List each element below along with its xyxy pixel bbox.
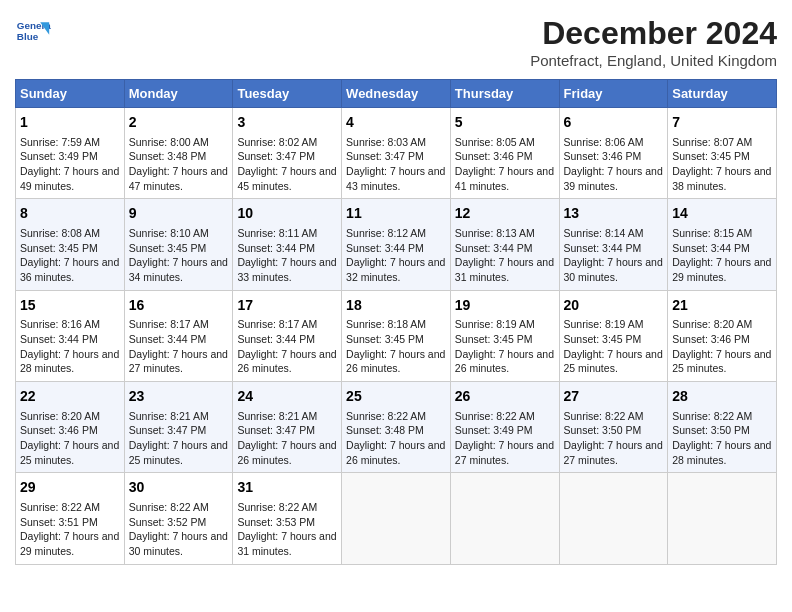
sunrise-text: Sunrise: 8:03 AM (346, 135, 446, 150)
header-cell-tuesday: Tuesday (233, 80, 342, 108)
cell-content: Sunrise: 8:22 AMSunset: 3:50 PMDaylight:… (672, 409, 772, 468)
daylight-text: Daylight: 7 hours and 26 minutes. (455, 347, 555, 376)
calendar-cell (342, 473, 451, 564)
day-number: 22 (20, 387, 120, 407)
day-number: 17 (237, 296, 337, 316)
day-number: 6 (564, 113, 664, 133)
calendar-cell: 1Sunrise: 7:59 AMSunset: 3:49 PMDaylight… (16, 108, 125, 199)
sunrise-text: Sunrise: 8:14 AM (564, 226, 664, 241)
daylight-text: Daylight: 7 hours and 30 minutes. (129, 529, 229, 558)
day-number: 13 (564, 204, 664, 224)
day-number: 11 (346, 204, 446, 224)
header-cell-friday: Friday (559, 80, 668, 108)
day-number: 23 (129, 387, 229, 407)
day-number: 2 (129, 113, 229, 133)
cell-content: Sunrise: 8:17 AMSunset: 3:44 PMDaylight:… (237, 317, 337, 376)
daylight-text: Daylight: 7 hours and 26 minutes. (346, 438, 446, 467)
calendar-cell: 13Sunrise: 8:14 AMSunset: 3:44 PMDayligh… (559, 199, 668, 290)
sunrise-text: Sunrise: 8:17 AM (129, 317, 229, 332)
day-number: 18 (346, 296, 446, 316)
daylight-text: Daylight: 7 hours and 43 minutes. (346, 164, 446, 193)
day-number: 27 (564, 387, 664, 407)
cell-content: Sunrise: 8:21 AMSunset: 3:47 PMDaylight:… (129, 409, 229, 468)
sunset-text: Sunset: 3:49 PM (20, 149, 120, 164)
header-cell-thursday: Thursday (450, 80, 559, 108)
daylight-text: Daylight: 7 hours and 29 minutes. (20, 529, 120, 558)
cell-content: Sunrise: 8:11 AMSunset: 3:44 PMDaylight:… (237, 226, 337, 285)
day-number: 10 (237, 204, 337, 224)
sunset-text: Sunset: 3:46 PM (455, 149, 555, 164)
sunrise-text: Sunrise: 8:22 AM (20, 500, 120, 515)
sunset-text: Sunset: 3:44 PM (455, 241, 555, 256)
sunrise-text: Sunrise: 8:17 AM (237, 317, 337, 332)
cell-content: Sunrise: 8:06 AMSunset: 3:46 PMDaylight:… (564, 135, 664, 194)
sunset-text: Sunset: 3:47 PM (237, 149, 337, 164)
day-number: 20 (564, 296, 664, 316)
page-title: December 2024 (530, 15, 777, 52)
day-number: 28 (672, 387, 772, 407)
cell-content: Sunrise: 8:00 AMSunset: 3:48 PMDaylight:… (129, 135, 229, 194)
sunrise-text: Sunrise: 8:06 AM (564, 135, 664, 150)
cell-content: Sunrise: 8:14 AMSunset: 3:44 PMDaylight:… (564, 226, 664, 285)
daylight-text: Daylight: 7 hours and 27 minutes. (455, 438, 555, 467)
daylight-text: Daylight: 7 hours and 25 minutes. (129, 438, 229, 467)
header-cell-wednesday: Wednesday (342, 80, 451, 108)
sunset-text: Sunset: 3:44 PM (20, 332, 120, 347)
week-row-1: 1Sunrise: 7:59 AMSunset: 3:49 PMDaylight… (16, 108, 777, 199)
daylight-text: Daylight: 7 hours and 26 minutes. (237, 347, 337, 376)
day-number: 19 (455, 296, 555, 316)
cell-content: Sunrise: 8:21 AMSunset: 3:47 PMDaylight:… (237, 409, 337, 468)
day-number: 4 (346, 113, 446, 133)
sunrise-text: Sunrise: 8:18 AM (346, 317, 446, 332)
page-subtitle: Pontefract, England, United Kingdom (530, 52, 777, 69)
calendar-cell: 27Sunrise: 8:22 AMSunset: 3:50 PMDayligh… (559, 382, 668, 473)
calendar-cell: 23Sunrise: 8:21 AMSunset: 3:47 PMDayligh… (124, 382, 233, 473)
day-number: 14 (672, 204, 772, 224)
calendar-cell: 10Sunrise: 8:11 AMSunset: 3:44 PMDayligh… (233, 199, 342, 290)
cell-content: Sunrise: 8:05 AMSunset: 3:46 PMDaylight:… (455, 135, 555, 194)
day-number: 3 (237, 113, 337, 133)
sunset-text: Sunset: 3:45 PM (346, 332, 446, 347)
day-number: 12 (455, 204, 555, 224)
sunset-text: Sunset: 3:52 PM (129, 515, 229, 530)
sunrise-text: Sunrise: 8:22 AM (237, 500, 337, 515)
day-number: 26 (455, 387, 555, 407)
sunset-text: Sunset: 3:44 PM (237, 241, 337, 256)
calendar-cell: 20Sunrise: 8:19 AMSunset: 3:45 PMDayligh… (559, 290, 668, 381)
week-row-5: 29Sunrise: 8:22 AMSunset: 3:51 PMDayligh… (16, 473, 777, 564)
day-number: 9 (129, 204, 229, 224)
daylight-text: Daylight: 7 hours and 28 minutes. (672, 438, 772, 467)
daylight-text: Daylight: 7 hours and 29 minutes. (672, 255, 772, 284)
sunrise-text: Sunrise: 8:05 AM (455, 135, 555, 150)
calendar-cell (668, 473, 777, 564)
daylight-text: Daylight: 7 hours and 27 minutes. (564, 438, 664, 467)
sunrise-text: Sunrise: 8:22 AM (455, 409, 555, 424)
sunrise-text: Sunrise: 8:00 AM (129, 135, 229, 150)
daylight-text: Daylight: 7 hours and 25 minutes. (672, 347, 772, 376)
cell-content: Sunrise: 8:20 AMSunset: 3:46 PMDaylight:… (20, 409, 120, 468)
sunset-text: Sunset: 3:51 PM (20, 515, 120, 530)
calendar-cell: 22Sunrise: 8:20 AMSunset: 3:46 PMDayligh… (16, 382, 125, 473)
sunset-text: Sunset: 3:46 PM (20, 423, 120, 438)
calendar-cell: 9Sunrise: 8:10 AMSunset: 3:45 PMDaylight… (124, 199, 233, 290)
day-number: 7 (672, 113, 772, 133)
calendar-cell: 16Sunrise: 8:17 AMSunset: 3:44 PMDayligh… (124, 290, 233, 381)
sunrise-text: Sunrise: 8:22 AM (564, 409, 664, 424)
sunrise-text: Sunrise: 8:13 AM (455, 226, 555, 241)
header: General Blue December 2024 Pontefract, E… (15, 15, 777, 69)
day-number: 25 (346, 387, 446, 407)
cell-content: Sunrise: 8:07 AMSunset: 3:45 PMDaylight:… (672, 135, 772, 194)
calendar-cell: 30Sunrise: 8:22 AMSunset: 3:52 PMDayligh… (124, 473, 233, 564)
sunrise-text: Sunrise: 8:02 AM (237, 135, 337, 150)
cell-content: Sunrise: 8:18 AMSunset: 3:45 PMDaylight:… (346, 317, 446, 376)
daylight-text: Daylight: 7 hours and 39 minutes. (564, 164, 664, 193)
calendar-cell: 14Sunrise: 8:15 AMSunset: 3:44 PMDayligh… (668, 199, 777, 290)
daylight-text: Daylight: 7 hours and 26 minutes. (237, 438, 337, 467)
sunrise-text: Sunrise: 8:22 AM (129, 500, 229, 515)
calendar-cell: 6Sunrise: 8:06 AMSunset: 3:46 PMDaylight… (559, 108, 668, 199)
calendar-cell: 17Sunrise: 8:17 AMSunset: 3:44 PMDayligh… (233, 290, 342, 381)
calendar-cell: 5Sunrise: 8:05 AMSunset: 3:46 PMDaylight… (450, 108, 559, 199)
daylight-text: Daylight: 7 hours and 26 minutes. (346, 347, 446, 376)
header-cell-monday: Monday (124, 80, 233, 108)
sunset-text: Sunset: 3:53 PM (237, 515, 337, 530)
